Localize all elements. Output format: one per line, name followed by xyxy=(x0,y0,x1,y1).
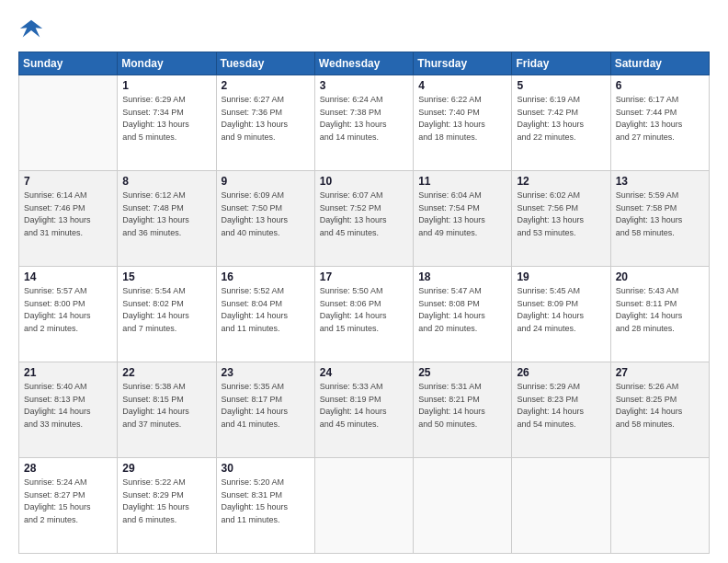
weekday-header: Thursday xyxy=(414,52,512,75)
day-number: 17 xyxy=(320,270,408,283)
day-number: 5 xyxy=(517,79,605,92)
calendar-cell: 17Sunrise: 5:50 AM Sunset: 8:06 PM Dayli… xyxy=(314,267,413,362)
day-info: Sunrise: 5:33 AM Sunset: 8:19 PM Dayligh… xyxy=(320,381,408,431)
day-info: Sunrise: 5:35 AM Sunset: 8:17 PM Dayligh… xyxy=(222,381,310,431)
calendar-cell: 5Sunrise: 6:19 AM Sunset: 7:42 PM Daylig… xyxy=(512,75,610,171)
logo-icon xyxy=(18,17,44,42)
day-number: 19 xyxy=(517,270,605,283)
calendar-cell: 23Sunrise: 5:35 AM Sunset: 8:17 PM Dayli… xyxy=(216,362,314,458)
day-number: 28 xyxy=(24,462,112,475)
day-info: Sunrise: 6:12 AM Sunset: 7:48 PM Dayligh… xyxy=(122,190,210,239)
day-info: Sunrise: 5:31 AM Sunset: 8:21 PM Dayligh… xyxy=(418,381,506,431)
day-info: Sunrise: 5:22 AM Sunset: 8:29 PM Dayligh… xyxy=(122,477,210,526)
page: SundayMondayTuesdayWednesdayThursdayFrid… xyxy=(0,0,728,563)
calendar-cell: 25Sunrise: 5:31 AM Sunset: 8:21 PM Dayli… xyxy=(414,362,512,458)
day-number: 23 xyxy=(222,366,310,379)
weekday-header: Wednesday xyxy=(314,52,413,75)
day-number: 26 xyxy=(517,366,605,379)
weekday-header: Sunday xyxy=(19,52,118,75)
calendar-week-row: 28Sunrise: 5:24 AM Sunset: 8:27 PM Dayli… xyxy=(19,458,710,554)
day-info: Sunrise: 6:14 AM Sunset: 7:46 PM Dayligh… xyxy=(24,190,112,239)
calendar-cell: 24Sunrise: 5:33 AM Sunset: 8:19 PM Dayli… xyxy=(314,362,413,458)
calendar-cell: 3Sunrise: 6:24 AM Sunset: 7:38 PM Daylig… xyxy=(314,75,413,171)
day-info: Sunrise: 5:59 AM Sunset: 7:58 PM Dayligh… xyxy=(616,190,704,239)
calendar-week-row: 7Sunrise: 6:14 AM Sunset: 7:46 PM Daylig… xyxy=(19,171,710,267)
calendar-cell: 21Sunrise: 5:40 AM Sunset: 8:13 PM Dayli… xyxy=(19,362,118,458)
day-info: Sunrise: 5:43 AM Sunset: 8:11 PM Dayligh… xyxy=(616,285,704,335)
weekday-header: Friday xyxy=(512,52,610,75)
day-info: Sunrise: 5:57 AM Sunset: 8:00 PM Dayligh… xyxy=(24,285,112,335)
calendar-cell: 7Sunrise: 6:14 AM Sunset: 7:46 PM Daylig… xyxy=(19,171,118,267)
calendar-cell: 18Sunrise: 5:47 AM Sunset: 8:08 PM Dayli… xyxy=(414,267,512,362)
day-number: 27 xyxy=(616,366,704,379)
calendar-table: SundayMondayTuesdayWednesdayThursdayFrid… xyxy=(18,52,710,554)
calendar-cell: 19Sunrise: 5:45 AM Sunset: 8:09 PM Dayli… xyxy=(512,267,610,362)
day-info: Sunrise: 5:45 AM Sunset: 8:09 PM Dayligh… xyxy=(517,285,605,335)
day-info: Sunrise: 6:17 AM Sunset: 7:44 PM Dayligh… xyxy=(616,94,704,144)
day-number: 25 xyxy=(418,366,506,379)
day-number: 7 xyxy=(24,175,112,188)
calendar-cell xyxy=(512,458,610,554)
day-number: 10 xyxy=(320,175,408,188)
day-number: 9 xyxy=(222,175,310,188)
day-info: Sunrise: 5:54 AM Sunset: 8:02 PM Dayligh… xyxy=(122,285,210,335)
calendar-cell: 26Sunrise: 5:29 AM Sunset: 8:23 PM Dayli… xyxy=(512,362,610,458)
day-number: 24 xyxy=(320,366,408,379)
calendar-week-row: 14Sunrise: 5:57 AM Sunset: 8:00 PM Dayli… xyxy=(19,267,710,362)
day-info: Sunrise: 6:24 AM Sunset: 7:38 PM Dayligh… xyxy=(320,94,408,144)
day-number: 6 xyxy=(616,79,704,92)
day-number: 8 xyxy=(122,175,210,188)
day-info: Sunrise: 5:20 AM Sunset: 8:31 PM Dayligh… xyxy=(222,477,310,526)
calendar-header-row: SundayMondayTuesdayWednesdayThursdayFrid… xyxy=(19,52,710,75)
header xyxy=(18,17,710,42)
calendar-cell xyxy=(19,75,118,171)
day-info: Sunrise: 5:29 AM Sunset: 8:23 PM Dayligh… xyxy=(517,381,605,431)
weekday-header: Monday xyxy=(118,52,216,75)
day-info: Sunrise: 6:04 AM Sunset: 7:54 PM Dayligh… xyxy=(418,190,506,239)
weekday-header: Tuesday xyxy=(216,52,314,75)
day-info: Sunrise: 6:07 AM Sunset: 7:52 PM Dayligh… xyxy=(320,190,408,239)
day-number: 14 xyxy=(24,270,112,283)
calendar-cell: 14Sunrise: 5:57 AM Sunset: 8:00 PM Dayli… xyxy=(19,267,118,362)
calendar-cell: 15Sunrise: 5:54 AM Sunset: 8:02 PM Dayli… xyxy=(118,267,216,362)
day-number: 22 xyxy=(122,366,210,379)
calendar-cell: 2Sunrise: 6:27 AM Sunset: 7:36 PM Daylig… xyxy=(216,75,314,171)
logo xyxy=(18,17,48,42)
calendar-week-row: 21Sunrise: 5:40 AM Sunset: 8:13 PM Dayli… xyxy=(19,362,710,458)
day-info: Sunrise: 6:19 AM Sunset: 7:42 PM Dayligh… xyxy=(517,94,605,144)
day-info: Sunrise: 5:26 AM Sunset: 8:25 PM Dayligh… xyxy=(616,381,704,431)
calendar-cell: 22Sunrise: 5:38 AM Sunset: 8:15 PM Dayli… xyxy=(118,362,216,458)
calendar-cell: 11Sunrise: 6:04 AM Sunset: 7:54 PM Dayli… xyxy=(414,171,512,267)
day-number: 12 xyxy=(517,175,605,188)
day-info: Sunrise: 5:38 AM Sunset: 8:15 PM Dayligh… xyxy=(122,381,210,431)
calendar-cell: 1Sunrise: 6:29 AM Sunset: 7:34 PM Daylig… xyxy=(118,75,216,171)
day-info: Sunrise: 5:47 AM Sunset: 8:08 PM Dayligh… xyxy=(418,285,506,335)
calendar-cell: 16Sunrise: 5:52 AM Sunset: 8:04 PM Dayli… xyxy=(216,267,314,362)
weekday-header: Saturday xyxy=(610,52,709,75)
day-info: Sunrise: 5:50 AM Sunset: 8:06 PM Dayligh… xyxy=(320,285,408,335)
calendar-cell: 10Sunrise: 6:07 AM Sunset: 7:52 PM Dayli… xyxy=(314,171,413,267)
calendar-week-row: 1Sunrise: 6:29 AM Sunset: 7:34 PM Daylig… xyxy=(19,75,710,171)
day-number: 3 xyxy=(320,79,408,92)
calendar-cell: 29Sunrise: 5:22 AM Sunset: 8:29 PM Dayli… xyxy=(118,458,216,554)
calendar-cell: 27Sunrise: 5:26 AM Sunset: 8:25 PM Dayli… xyxy=(610,362,709,458)
day-number: 2 xyxy=(222,79,310,92)
day-number: 30 xyxy=(222,462,310,475)
day-info: Sunrise: 5:40 AM Sunset: 8:13 PM Dayligh… xyxy=(24,381,112,431)
day-number: 13 xyxy=(616,175,704,188)
calendar-cell xyxy=(414,458,512,554)
calendar-cell: 6Sunrise: 6:17 AM Sunset: 7:44 PM Daylig… xyxy=(610,75,709,171)
day-info: Sunrise: 6:29 AM Sunset: 7:34 PM Dayligh… xyxy=(122,94,210,144)
day-number: 29 xyxy=(122,462,210,475)
day-number: 20 xyxy=(616,270,704,283)
calendar-cell: 8Sunrise: 6:12 AM Sunset: 7:48 PM Daylig… xyxy=(118,171,216,267)
day-number: 11 xyxy=(418,175,506,188)
calendar-cell: 4Sunrise: 6:22 AM Sunset: 7:40 PM Daylig… xyxy=(414,75,512,171)
day-number: 15 xyxy=(122,270,210,283)
day-info: Sunrise: 6:02 AM Sunset: 7:56 PM Dayligh… xyxy=(517,190,605,239)
calendar-cell: 12Sunrise: 6:02 AM Sunset: 7:56 PM Dayli… xyxy=(512,171,610,267)
day-info: Sunrise: 5:24 AM Sunset: 8:27 PM Dayligh… xyxy=(24,477,112,526)
day-info: Sunrise: 6:09 AM Sunset: 7:50 PM Dayligh… xyxy=(222,190,310,239)
svg-marker-0 xyxy=(20,20,42,38)
calendar-cell: 9Sunrise: 6:09 AM Sunset: 7:50 PM Daylig… xyxy=(216,171,314,267)
